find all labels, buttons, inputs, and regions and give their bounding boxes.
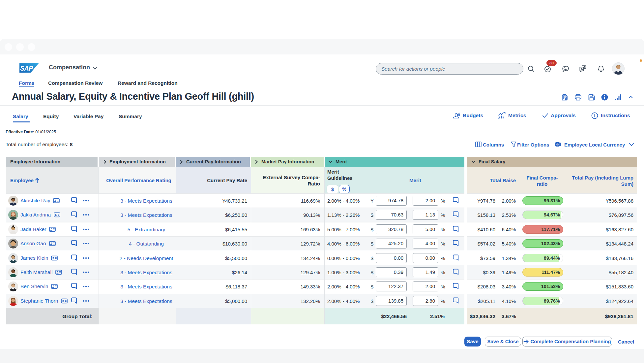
svg-text:$: $	[557, 143, 558, 146]
svg-text:SAP: SAP	[20, 65, 33, 72]
svg-text:$: $	[565, 97, 566, 100]
